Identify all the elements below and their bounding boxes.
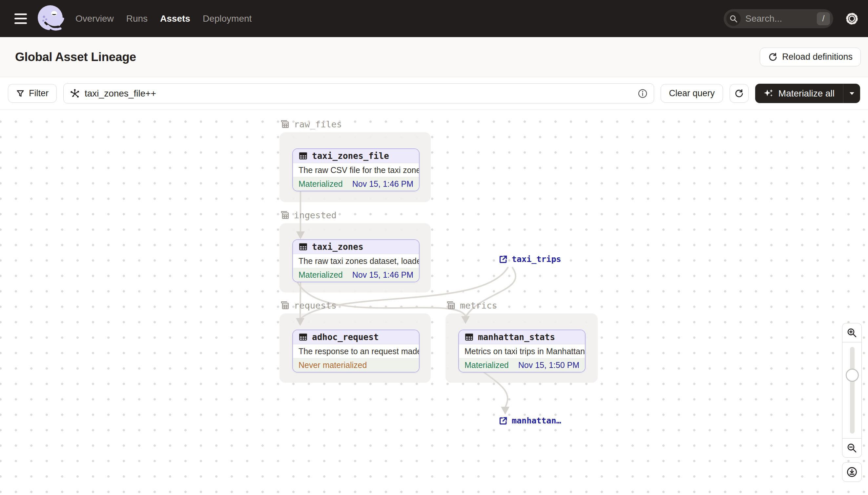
group-table-icon xyxy=(445,300,456,310)
tab-runs[interactable]: Runs xyxy=(126,14,148,24)
asset-description: Metrics on taxi trips in Manhattan xyxy=(459,344,585,358)
table-icon xyxy=(299,151,308,160)
download-icon xyxy=(846,466,858,478)
download-image-button[interactable] xyxy=(842,462,862,482)
zoom-slider-track[interactable] xyxy=(850,347,854,433)
asset-description: The response to an request made in th... xyxy=(293,344,419,358)
lineage-toolbar: Filter Clear query xyxy=(0,77,868,110)
funnel-icon xyxy=(16,89,24,98)
zoom-slider[interactable] xyxy=(842,342,862,438)
asset-name: adhoc_request xyxy=(312,332,379,342)
filter-label: Filter xyxy=(29,88,49,99)
asset-node-manhattan-stats[interactable]: manhattan_stats Metrics on taxi trips in… xyxy=(458,329,586,373)
group-label-ingested[interactable]: ingested xyxy=(280,210,337,220)
asset-node-adhoc-request[interactable]: adhoc_request The response to an request… xyxy=(292,329,420,373)
table-icon xyxy=(299,242,308,252)
sparkle-icon xyxy=(764,89,774,99)
group-name: requests xyxy=(294,300,337,310)
materialization-timestamp[interactable]: Nov 15, 1:50 PM xyxy=(518,360,579,370)
refresh-icon xyxy=(734,89,744,99)
search-icon xyxy=(726,12,741,26)
external-asset-name: taxi_trips xyxy=(512,254,561,264)
materialize-all-button[interactable]: Materialize all xyxy=(755,84,843,103)
reload-definitions-label: Reload definitions xyxy=(782,52,853,62)
refresh-graph-button[interactable] xyxy=(730,84,749,103)
nav-tabs: Overview Runs Assets Deployment xyxy=(75,14,252,24)
tab-overview[interactable]: Overview xyxy=(75,14,114,24)
status-badge: Materialized xyxy=(299,270,343,280)
group-table-icon xyxy=(280,300,290,310)
reload-definitions-button[interactable]: Reload definitions xyxy=(760,48,861,66)
top-nav: Overview Runs Assets Deployment / xyxy=(0,0,868,37)
clear-query-button[interactable]: Clear query xyxy=(661,84,723,103)
global-search[interactable]: / xyxy=(724,9,833,28)
asset-name: taxi_zones_file xyxy=(312,151,389,161)
zoom-out-button[interactable] xyxy=(842,438,862,458)
caret-down-icon xyxy=(849,92,854,95)
status-badge: Never materialized xyxy=(299,360,367,370)
asset-selection-icon xyxy=(70,88,80,99)
asset-description: The raw CSV file for the taxi zones dat.… xyxy=(293,163,419,177)
zoom-out-icon xyxy=(846,443,857,454)
group-name: metrics xyxy=(460,300,497,310)
status-badge: Materialized xyxy=(299,179,343,189)
materialization-timestamp[interactable]: Nov 15, 1:46 PM xyxy=(352,179,413,189)
zoom-slider-handle[interactable] xyxy=(846,369,859,382)
external-asset-name: manhattan… xyxy=(512,416,561,425)
external-link-icon xyxy=(499,416,508,425)
clear-query-label: Clear query xyxy=(669,88,715,99)
group-table-icon xyxy=(280,119,290,129)
lineage-edges xyxy=(0,110,868,495)
status-badge: Materialized xyxy=(464,360,509,370)
group-label-metrics[interactable]: metrics xyxy=(445,300,497,310)
table-icon xyxy=(299,332,308,342)
external-asset-manhattan[interactable]: manhattan… xyxy=(499,416,561,425)
page-title: Global Asset Lineage xyxy=(15,50,136,64)
refresh-icon xyxy=(768,52,778,62)
group-table-icon xyxy=(280,210,290,220)
asset-name: taxi_zones xyxy=(312,242,364,252)
filter-button[interactable]: Filter xyxy=(8,84,57,103)
group-label-requests[interactable]: requests xyxy=(280,300,337,310)
search-shortcut-badge: / xyxy=(817,12,830,25)
zoom-in-button[interactable] xyxy=(842,323,862,342)
asset-name: manhattan_stats xyxy=(478,332,555,342)
group-name: ingested xyxy=(294,210,337,220)
tab-assets[interactable]: Assets xyxy=(160,14,190,24)
materialization-timestamp[interactable]: Nov 15, 1:46 PM xyxy=(352,270,413,280)
zoom-controls xyxy=(842,323,862,482)
external-link-icon xyxy=(499,255,508,264)
search-input[interactable] xyxy=(741,14,817,24)
hamburger-menu-icon[interactable] xyxy=(14,14,27,24)
asset-query-field[interactable] xyxy=(63,83,654,103)
group-name: raw_files xyxy=(294,119,342,129)
asset-node-taxi-zones[interactable]: taxi_zones The raw taxi zones dataset, l… xyxy=(292,239,420,282)
info-icon[interactable] xyxy=(637,88,648,99)
asset-node-taxi-zones-file[interactable]: taxi_zones_file The raw CSV file for the… xyxy=(292,148,420,191)
lineage-canvas[interactable]: raw_files ingested requests metrics taxi… xyxy=(0,110,868,495)
group-label-raw-files[interactable]: raw_files xyxy=(280,119,342,129)
zoom-in-icon xyxy=(846,327,857,338)
tab-deployment[interactable]: Deployment xyxy=(203,14,252,24)
table-icon xyxy=(464,332,474,342)
external-asset-taxi-trips[interactable]: taxi_trips xyxy=(499,254,561,264)
settings-gear-icon[interactable] xyxy=(844,11,860,26)
page-header: Global Asset Lineage Reload definitions xyxy=(0,37,868,77)
asset-query-input[interactable] xyxy=(85,88,633,99)
asset-description: The raw taxi zones dataset, loaded int..… xyxy=(293,254,419,268)
materialize-all-split-button: Materialize all xyxy=(755,84,860,103)
dagster-logo[interactable] xyxy=(35,4,66,34)
materialize-options-caret[interactable] xyxy=(843,84,860,103)
materialize-all-label: Materialize all xyxy=(778,88,835,99)
